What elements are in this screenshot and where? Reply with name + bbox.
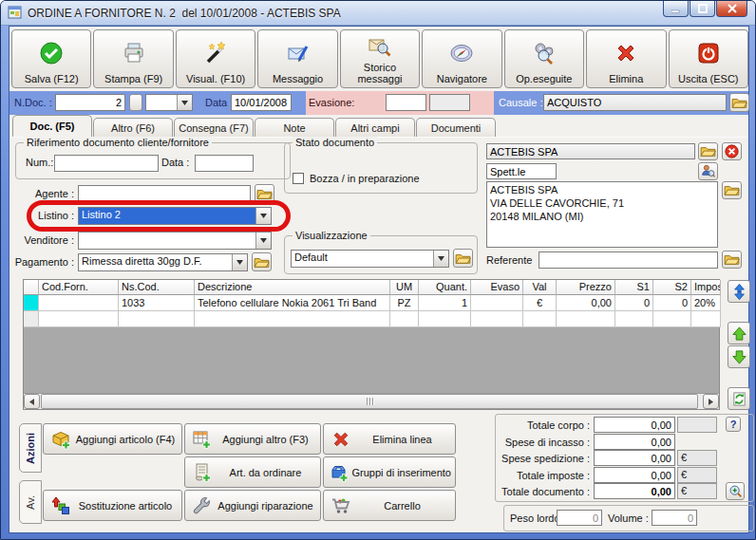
totals-help-button[interactable]: ? [726, 417, 741, 432]
bozza-checkbox[interactable] [293, 173, 304, 184]
move-line-button[interactable] [728, 280, 750, 303]
volume-input[interactable] [652, 510, 697, 526]
causale-lookup-button[interactable] [729, 93, 749, 112]
ndoc-variant-combo[interactable] [145, 94, 193, 111]
evasione-zone: Evasione: [306, 91, 494, 115]
supplier-lookup-button[interactable] [698, 142, 718, 160]
list-plus-icon [190, 462, 215, 483]
spese-spedizione-input[interactable] [594, 450, 675, 466]
exit-button[interactable]: Uscita (ESC) [669, 29, 748, 88]
address-lookup-button[interactable] [722, 181, 742, 199]
folder-icon [254, 256, 270, 269]
move-up-button[interactable] [728, 322, 750, 344]
articles-to-order-button[interactable]: Art. da ordinare [184, 456, 321, 488]
preview-button[interactable]: Visual. (F10) [176, 29, 255, 88]
row-selector-cell[interactable] [24, 295, 39, 311]
maximize-button[interactable] [690, 1, 715, 17]
listino-combo[interactable]: Listino 2 [78, 207, 272, 225]
add-repair-button[interactable]: Aggiungi riparazione [184, 490, 321, 521]
tab-avanzate[interactable]: Av. [19, 480, 42, 524]
total-corpo-input[interactable] [594, 417, 675, 433]
message-history-label: Storico messaggi [341, 62, 419, 84]
salutation-input[interactable] [486, 163, 557, 179]
tab-altri-campi[interactable]: Altri campi [335, 118, 415, 137]
scroll-left-button[interactable] [24, 394, 40, 409]
ndoc-spin-button[interactable] [129, 94, 142, 111]
agente-lookup-button[interactable] [255, 184, 274, 203]
box-plus-icon [329, 462, 351, 483]
ndoc-input[interactable] [55, 94, 125, 111]
power-icon [696, 30, 721, 73]
move-down-button[interactable] [728, 345, 750, 368]
navigator-button[interactable]: Navigatore [422, 29, 501, 88]
delete-line-button[interactable]: Elimina linea [323, 423, 456, 455]
cancel-circle-icon [725, 144, 739, 158]
tab-doc[interactable]: Doc. (F5) [12, 115, 92, 137]
chevron-down-icon[interactable] [177, 95, 192, 110]
operations-button[interactable]: Op.eseguite [504, 29, 584, 88]
chevron-down-icon[interactable] [255, 233, 271, 249]
supplier-address-box[interactable]: ACTEBIS SPA VIA DELLE CAVORCHIE, 71 2014… [486, 181, 718, 248]
total-corpo-row: Totale corpo : [499, 417, 717, 433]
totale-imposte-row: Totale imposte : € [499, 467, 717, 483]
refresh-button[interactable] [728, 387, 750, 410]
close-button[interactable] [716, 1, 747, 17]
rif-data-input[interactable] [195, 155, 254, 172]
referente-input[interactable] [539, 251, 718, 269]
add-article-button[interactable]: Aggiungi articolo (F4) [43, 423, 182, 455]
row-selector-cell[interactable] [24, 311, 39, 327]
message-history-button[interactable]: Storico messaggi [340, 29, 420, 88]
grid-horizontal-scrollbar[interactable] [24, 393, 719, 409]
num-input[interactable] [54, 155, 159, 172]
scroll-right-button[interactable] [703, 394, 719, 409]
date-input[interactable] [231, 94, 292, 111]
save-button[interactable]: Salva (F12) [11, 29, 91, 88]
insert-groups-button[interactable]: Gruppi di inserimento [323, 456, 456, 488]
totale-documento-input[interactable] [594, 483, 675, 499]
tab-altro[interactable]: Altro (F6) [93, 118, 173, 137]
pagamento-combo[interactable]: Rimessa diretta 30gg D.F. [78, 253, 248, 271]
table-row[interactable]: 1033 Telefono cellulare Nokia 2061 Tri B… [24, 295, 719, 311]
contact-search-button[interactable] [698, 162, 718, 180]
grid-header: UM [390, 280, 419, 295]
grid-empty-area [24, 327, 719, 393]
add-other-button[interactable]: Aggiungi altro (F3) [184, 423, 321, 455]
visualizzazione-combo[interactable]: Default [291, 250, 449, 268]
visualizzazione-selected-value: Default [292, 251, 433, 267]
referente-lookup-button[interactable] [722, 251, 742, 269]
tab-azioni[interactable]: Azioni [19, 423, 42, 473]
venditore-combo[interactable] [78, 232, 272, 250]
chevron-down-icon[interactable] [433, 251, 448, 267]
cart-button[interactable]: Carrello [323, 490, 456, 521]
totale-imposte-input[interactable] [594, 467, 675, 483]
supplier-name-field[interactable] [486, 143, 695, 159]
table-plus-icon [190, 429, 215, 450]
tab-consegna[interactable]: Consegna (F7) [174, 118, 254, 137]
chevron-down-icon[interactable] [232, 254, 247, 270]
message-button[interactable]: Messaggio [257, 29, 337, 88]
titlebar[interactable]: ORDINE A FORNITORE N. 2 del 10/01/2008 -… [1, 1, 755, 26]
evasione-input[interactable] [386, 94, 426, 111]
peso-lordo-input[interactable] [557, 510, 602, 526]
totals-detail-button[interactable] [726, 482, 745, 500]
bozza-label: Bozza / in preparazione [310, 173, 420, 184]
supplier-clear-button[interactable] [722, 142, 742, 160]
wrench-icon [190, 495, 215, 516]
scrollbar-thumb[interactable] [41, 394, 698, 409]
pagamento-lookup-button[interactable] [252, 252, 272, 271]
delete-button[interactable]: Elimina [586, 29, 666, 88]
agente-input[interactable] [78, 185, 251, 202]
chevron-down-icon[interactable] [255, 208, 271, 224]
riferimento-group-label: Riferimento documento cliente/fornitore [24, 137, 212, 148]
replace-article-button[interactable]: Sostituzione articolo [43, 490, 182, 521]
print-button[interactable]: Stampa (F9) [93, 29, 173, 88]
tab-note[interactable]: Note [255, 118, 334, 137]
tab-documenti[interactable]: Documenti [416, 118, 496, 137]
visualizzazione-lookup-button[interactable] [453, 249, 473, 268]
zoom-plus-icon [728, 484, 743, 498]
minimize-button[interactable] [663, 1, 689, 17]
causale-input[interactable] [543, 94, 727, 111]
folder-icon [731, 97, 747, 109]
table-row-empty[interactable] [24, 311, 719, 327]
spese-incasso-input[interactable] [594, 434, 675, 450]
